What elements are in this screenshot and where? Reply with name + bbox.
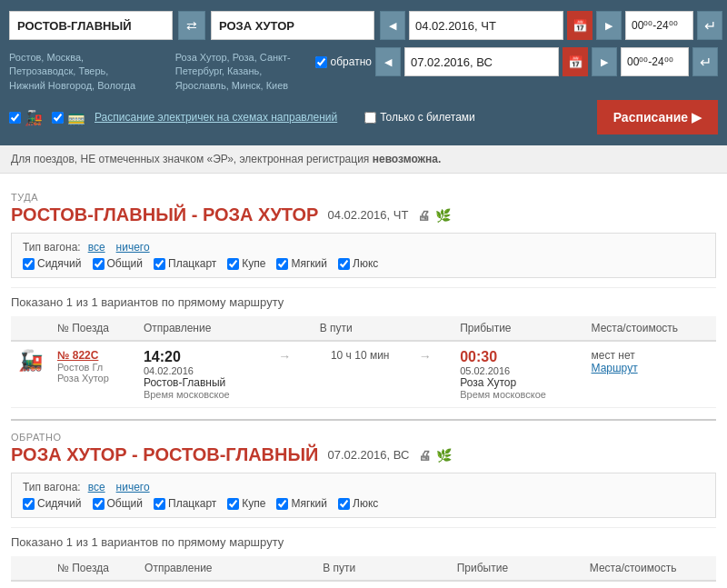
from-station-hints: Ростов, Москва, Петрозаводск, Тверь, Ниж… <box>9 51 144 93</box>
th-arrival-return: Прибытие <box>450 556 583 581</box>
schedule-link[interactable]: Расписание электричек на схемах направле… <box>95 111 337 124</box>
only-tickets-label[interactable]: Только с билетами <box>364 111 475 124</box>
filter-row: 🚂 🚃 Расписание электричек на схемах напр… <box>9 100 718 135</box>
depart-time: 14:20 <box>144 349 260 365</box>
depart-station: Ростов-Главный <box>144 376 260 389</box>
return-checkbox[interactable] <box>315 56 327 68</box>
calendar-icon: 📅 <box>573 19 588 33</box>
return-time-range: 00⁰⁰-24⁰⁰ <box>621 47 689 76</box>
table-row: 🚂 № 822З Роза Хутор Ростов Гл 17:05 07.0… <box>11 581 716 588</box>
train-icon: 🚂 <box>25 109 43 126</box>
leaf-icon[interactable]: 🌿 <box>435 208 451 223</box>
wagon-sidyachy-return[interactable]: Сидячий <box>23 497 82 510</box>
th-travel-forward: В пути <box>313 316 408 341</box>
wagon-obchy-forward[interactable]: Общий <box>93 257 144 270</box>
wagon-obchy-return[interactable]: Общий <box>93 497 144 510</box>
return-results-table: № Поезда Отправление В пути Прибытие Мес… <box>11 556 716 588</box>
th-travel-return: В пути <box>315 556 403 581</box>
leaf-icon-return[interactable]: 🌿 <box>436 448 452 463</box>
depart-date: 04.02.2016 <box>144 365 260 376</box>
th-seats-forward: Места/стоимость <box>584 316 716 341</box>
train-icon-cell: 🚂 <box>11 341 50 408</box>
print-icon[interactable]: 🖨 <box>417 208 430 223</box>
train-number-cell: № 822З Роза Хутор Ростов Гл <box>50 581 137 588</box>
forward-route-icons: 🖨 🌿 <box>417 208 451 223</box>
info-bar: Для поездов, НЕ отмеченных значком «ЭР»,… <box>0 145 727 174</box>
th-departure-return: Отправление <box>137 556 270 581</box>
return-calendar-icon: 📅 <box>568 55 583 69</box>
return-date-display: 07.02.2016, ВС <box>404 47 559 76</box>
th-seats-return: Места/стоимость <box>583 556 716 581</box>
wagon-checkboxes-return: Сидячий Общий Плацкарт Купе Мягкий Люкс <box>23 497 704 510</box>
wagon-platzkart-forward[interactable]: Плацкарт <box>154 257 216 270</box>
forward-calendar-button[interactable]: 📅 <box>567 11 593 40</box>
train-number-link[interactable]: № 822С <box>57 349 129 362</box>
wagon-all-return[interactable]: все <box>88 481 105 493</box>
from-station-input[interactable] <box>9 11 173 40</box>
train-icon-cell: 🚂 <box>11 581 50 588</box>
next-date-button[interactable]: ▶ <box>596 11 622 40</box>
th-arrow1-return <box>270 556 315 581</box>
travel-time-cell: 9 ч 52 мин <box>315 581 403 588</box>
wagon-kupe-forward[interactable]: Купе <box>227 257 265 270</box>
train-checkbox-label[interactable]: 🚂 <box>9 109 43 126</box>
th-icon-forward <box>11 316 50 341</box>
train-checkbox[interactable] <box>9 112 21 124</box>
th-arrow2-forward <box>408 316 453 341</box>
marshrut-link[interactable]: Маршрут <box>592 362 638 374</box>
arrive-note: Время московское <box>460 389 576 400</box>
forward-results-table: № Поезда Отправление В пути Прибытие Мес… <box>11 316 716 408</box>
forward-time-range: 00⁰⁰-24⁰⁰ <box>625 11 693 40</box>
return-route-title: РОЗА ХУТОР - РОСТОВ-ГЛАВНЫЙ 07.02.2016, … <box>11 444 716 465</box>
forward-table-header-row: № Поезда Отправление В пути Прибытие Мес… <box>11 316 716 341</box>
th-train-num-return: № Поезда <box>50 556 137 581</box>
return-calendar-button[interactable]: 📅 <box>563 47 588 76</box>
suburban-checkbox-label[interactable]: 🚃 <box>52 109 85 126</box>
arrow-right-icon-2: → <box>415 349 435 364</box>
prev-return-date-button[interactable]: ◀ <box>375 47 401 76</box>
wagon-platzkart-return[interactable]: Плацкарт <box>154 497 216 510</box>
only-tickets-checkbox[interactable] <box>364 112 376 124</box>
return-time-nav2[interactable]: ↵ <box>692 47 718 76</box>
arrow-2-cell: → <box>404 581 450 588</box>
print-icon-return[interactable]: 🖨 <box>418 448 431 463</box>
seats-info: мест нет <box>592 349 709 362</box>
wagon-all-forward[interactable]: все <box>88 241 105 254</box>
return-time-nav[interactable]: ↵ <box>697 11 722 40</box>
return-section: ОБРАТНО РОЗА ХУТОР - РОСТОВ-ГЛАВНЫЙ 07.0… <box>11 432 716 588</box>
to-station-hints: Роза Хутор, Роза, Санкт-Петербург, Казан… <box>175 51 310 93</box>
th-departure-forward: Отправление <box>136 316 267 341</box>
th-icon-return <box>11 556 50 581</box>
wagon-myagky-forward[interactable]: Мягкий <box>276 257 327 270</box>
th-arrow1-forward <box>267 316 313 341</box>
forward-results-count: Показано 1 из 1 вариантов по прямому мар… <box>11 287 716 309</box>
wagon-nothing-forward[interactable]: ничего <box>116 241 150 254</box>
depart-note: Время московское <box>144 389 260 400</box>
to-station-input[interactable] <box>211 11 374 40</box>
arrival-cell: 00:30 05.02.2016 Роза Хутор Время москов… <box>453 341 583 408</box>
arrow-1-cell: → <box>267 341 313 408</box>
arrive-station: Роза Хутор <box>460 376 576 389</box>
schedule-button[interactable]: Расписание ▶ <box>597 100 718 135</box>
wagon-kupe-return[interactable]: Купе <box>227 497 265 510</box>
suburban-checkbox[interactable] <box>52 112 64 124</box>
swap-button[interactable]: ⇄ <box>178 11 205 40</box>
wagon-lyuks-forward[interactable]: Люкс <box>338 257 378 270</box>
prev-date-button[interactable]: ◀ <box>380 11 405 40</box>
forward-direction-label: ТУДА <box>11 192 716 203</box>
main-content: ТУДА РОСТОВ-ГЛАВНЫЙ - РОЗА ХУТОР 04.02.2… <box>0 174 727 588</box>
next-return-date-button[interactable]: ▶ <box>592 47 617 76</box>
return-route-icons: 🖨 🌿 <box>418 448 452 463</box>
suburban-icon: 🚃 <box>67 109 85 126</box>
hints-row: Ростов, Москва, Петрозаводск, Тверь, Ниж… <box>9 47 718 93</box>
wagon-myagky-return[interactable]: Мягкий <box>276 497 327 510</box>
wagon-nothing-return[interactable]: ничего <box>116 481 150 493</box>
travel-time-cell: 10 ч 10 мин <box>313 341 408 408</box>
wagon-lyuks-return[interactable]: Люкс <box>338 497 378 510</box>
return-wagon-filter: Тип вагона: все ничего Сидячий Общий Пла… <box>11 473 716 518</box>
wagon-sidyachy-forward[interactable]: Сидячий <box>23 257 82 270</box>
th-arrival-forward: Прибытие <box>453 316 583 341</box>
seats-cell: мест нет Маршрут <box>584 341 716 408</box>
forward-route-title: РОСТОВ-ГЛАВНЫЙ - РОЗА ХУТОР 04.02.2016, … <box>11 204 716 225</box>
return-checkbox-label[interactable]: обратно <box>315 55 372 68</box>
